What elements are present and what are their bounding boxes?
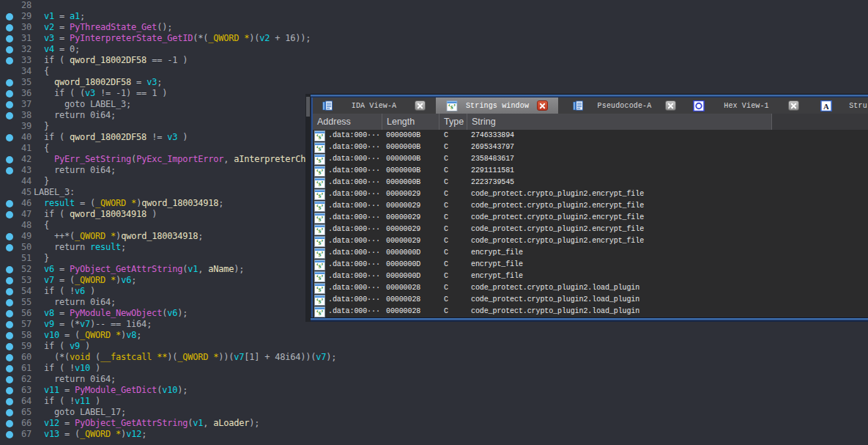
pseudocode-line[interactable]: 59 if ( v9 ) bbox=[0, 341, 868, 352]
svg-text:‘s’: ‘s’ bbox=[316, 191, 324, 199]
tab-strings-active[interactable]: ‘s’Strings window bbox=[436, 98, 558, 114]
code-token bbox=[34, 374, 54, 384]
pseudocode-line[interactable]: 34 { bbox=[0, 66, 868, 77]
code-token: return 0i64; bbox=[54, 110, 116, 120]
code-text: if ( qword_18002DF58 != v3 ) bbox=[34, 132, 188, 143]
code-token: v3 bbox=[167, 132, 177, 142]
string-row[interactable]: ‘s’.data:000···0000000BC2746333894 bbox=[313, 130, 868, 141]
string-row[interactable]: ‘s’.data:000···00000028Ccode_protect.cry… bbox=[313, 294, 868, 306]
code-token: PyExc_ImportError bbox=[136, 154, 223, 164]
pseudocode-line[interactable]: 35 qword_18002DF58 = v3; bbox=[0, 77, 868, 88]
code-text: if ( qword_18002DF58 == -1 ) bbox=[34, 55, 188, 66]
line-number: 65 bbox=[0, 407, 31, 418]
code-text: v2 = PyThreadState_Get(); bbox=[34, 22, 172, 33]
pseudocode-line[interactable]: 67 v13 = (_QWORD *)v12; bbox=[0, 429, 868, 440]
string-row[interactable]: ‘s’.data:000···0000000DCencrypt_file bbox=[313, 259, 868, 271]
code-text: return 0i64; bbox=[34, 374, 116, 385]
code-token: ) bbox=[146, 209, 157, 219]
code-token bbox=[34, 55, 44, 65]
cell-len: 00000029 bbox=[386, 224, 420, 235]
code-token: (*( bbox=[193, 33, 208, 43]
cell-str: code_protect.crypto_plugin2.load_plugin bbox=[471, 282, 639, 294]
column-header-string[interactable]: String bbox=[467, 114, 772, 130]
code-token: ; bbox=[136, 330, 141, 340]
code-token: ); bbox=[177, 308, 188, 318]
pseudocode-line[interactable]: 30 v2 = PyThreadState_Get(); bbox=[0, 22, 868, 33]
code-token bbox=[34, 297, 54, 307]
splitter-grip[interactable] bbox=[306, 97, 310, 117]
column-header-address[interactable]: Address bbox=[313, 114, 382, 130]
tab-close-button[interactable] bbox=[415, 100, 426, 111]
svg-text:‘s’: ‘s’ bbox=[316, 297, 324, 304]
pseudocode-line[interactable]: 61 if ( !v10 ) bbox=[0, 363, 868, 374]
string-row[interactable]: ‘s’.data:000···00000029Ccode_protect.cry… bbox=[313, 200, 868, 212]
tab-structures[interactable]: AStru bbox=[815, 98, 868, 114]
svg-text:‘s’: ‘s’ bbox=[316, 215, 324, 222]
tab-label: Hex View-1 bbox=[724, 102, 769, 110]
string-row[interactable]: ‘s’.data:000···00000028Ccode_protect.cry… bbox=[313, 306, 868, 317]
string-row[interactable]: ‘s’.data:000···0000000DCencrypt_file bbox=[313, 247, 868, 259]
code-token: goto LABEL_3; bbox=[64, 99, 131, 109]
pseudocode-line[interactable]: 60 (*(void (__fastcall **)(_QWORD *))(v7… bbox=[0, 352, 868, 363]
tab-label: Stru bbox=[849, 102, 867, 110]
string-row[interactable]: ‘s’.data:000···00000029Ccode_protect.cry… bbox=[313, 188, 868, 200]
string-item-icon: ‘s’ bbox=[314, 306, 325, 317]
pseudocode-line[interactable]: 65 goto LABEL_17; bbox=[0, 407, 868, 418]
code-token: v6 bbox=[44, 264, 54, 274]
tab-hex-view[interactable]: Hex View-1 bbox=[687, 98, 805, 114]
string-row[interactable]: ‘s’.data:000···00000029Ccode_protect.cry… bbox=[313, 235, 868, 247]
pseudocode-line[interactable]: 29 v1 = a1; bbox=[0, 11, 868, 22]
string-row[interactable]: ‘s’.data:000···00000029Ccode_protect.cry… bbox=[313, 212, 868, 224]
svg-text:‘s’: ‘s’ bbox=[448, 103, 456, 110]
tab-close-button[interactable] bbox=[665, 100, 676, 111]
pseudocode-line[interactable]: 66 v12 = PyObject_GetAttrString(v1, aLoa… bbox=[0, 418, 868, 429]
pseudocode-line[interactable]: 62 return 0i64; bbox=[0, 374, 868, 385]
code-token: v2 bbox=[44, 22, 54, 32]
line-number: 49 bbox=[0, 231, 31, 242]
code-text: v1 = a1; bbox=[34, 11, 85, 22]
pseudocode-line[interactable]: 31 v3 = PyInterpreterState_GetID(*(_QWOR… bbox=[0, 33, 868, 44]
tab-close-button[interactable] bbox=[788, 100, 799, 111]
code-token: ); bbox=[249, 418, 259, 428]
string-row[interactable]: ‘s’.data:000···0000000BC2358483617 bbox=[313, 153, 868, 165]
string-item-icon: ‘s’ bbox=[314, 130, 325, 141]
pseudocode-line[interactable]: 63 v11 = PyModule_GetDict(v10); bbox=[0, 385, 868, 396]
code-token bbox=[34, 308, 44, 318]
line-number: 54 bbox=[0, 286, 31, 297]
cell-addr: .data:000··· bbox=[328, 177, 380, 188]
code-token: { bbox=[44, 66, 49, 76]
code-text: if ( v9 ) bbox=[34, 341, 90, 352]
code-token: v9 bbox=[70, 341, 80, 351]
string-row[interactable]: ‘s’.data:000···00000028Ccode_protect.cry… bbox=[313, 282, 868, 294]
string-row[interactable]: ‘s’.data:000···0000000DCencrypt_file bbox=[313, 271, 868, 282]
line-number: 30 bbox=[0, 22, 31, 33]
tab-ida-view[interactable]: IDA View-A bbox=[316, 98, 431, 114]
pseudocode-line[interactable]: 32 v4 = 0; bbox=[0, 44, 868, 55]
pseudocode-line[interactable]: 58 v10 = (_QWORD *)v8; bbox=[0, 330, 868, 341]
string-row[interactable]: ‘s’.data:000···0000000BC2223739545 bbox=[313, 177, 868, 188]
pseudocode-line[interactable]: 28 bbox=[0, 0, 868, 11]
tab-close-button[interactable] bbox=[537, 100, 548, 111]
tab-pseudocode[interactable]: Pseudocode-A bbox=[566, 98, 682, 114]
pseudocode-line[interactable]: 64 if ( !v11 ) bbox=[0, 396, 868, 407]
cell-str: encrypt_file bbox=[471, 247, 523, 259]
code-token: ); bbox=[177, 385, 188, 395]
string-row[interactable]: ‘s’.data:000···00000029Ccode_protect.cry… bbox=[313, 224, 868, 235]
line-number: 34 bbox=[0, 66, 31, 77]
string-item-icon: ‘s’ bbox=[314, 260, 325, 271]
cell-addr: .data:000··· bbox=[328, 259, 380, 271]
code-token bbox=[34, 363, 44, 373]
line-number: 63 bbox=[0, 385, 31, 396]
code-text: v11 = PyModule_GetDict(v10); bbox=[34, 385, 188, 396]
column-header-type[interactable]: Type bbox=[439, 114, 467, 130]
code-token: v7 bbox=[80, 319, 90, 329]
string-row[interactable]: ‘s’.data:000···0000000BC2291111581 bbox=[313, 165, 868, 177]
string-row[interactable]: ‘s’.data:000···0000000BC2695343797 bbox=[313, 141, 868, 153]
window-border-left bbox=[311, 98, 313, 322]
line-number: 50 bbox=[0, 242, 31, 253]
column-header-length[interactable]: Length bbox=[382, 114, 439, 130]
cell-addr: .data:000··· bbox=[328, 141, 380, 153]
line-number: 55 bbox=[0, 297, 31, 308]
pseudocode-line[interactable]: 33 if ( qword_18002DF58 == -1 ) bbox=[0, 55, 868, 66]
string-item-icon: ‘s’ bbox=[314, 177, 325, 188]
